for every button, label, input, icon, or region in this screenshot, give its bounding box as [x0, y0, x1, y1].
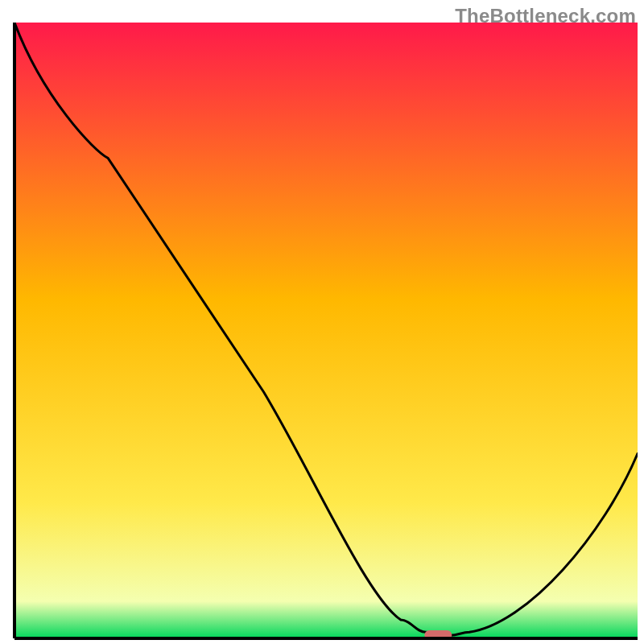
- bottleneck-chart: [0, 0, 644, 644]
- chart-gradient-background: [14, 23, 638, 638]
